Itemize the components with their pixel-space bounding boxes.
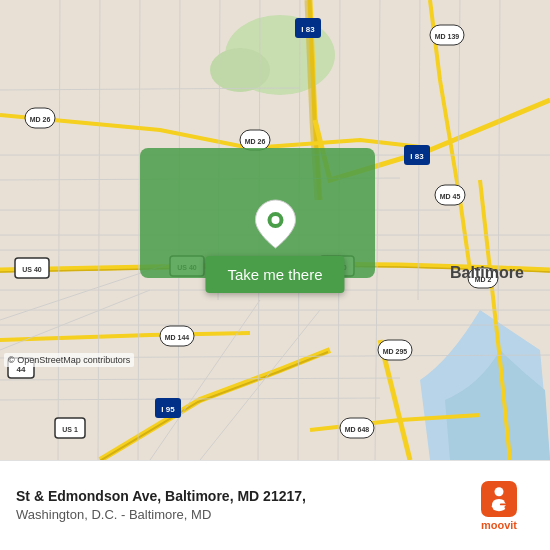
moovit-icon <box>481 481 517 517</box>
svg-text:MD 139: MD 139 <box>435 33 460 40</box>
map-view: I 83 I 83 MD 26 MD 26 US 40 US 40 US 40 … <box>0 0 550 460</box>
svg-text:Baltimore: Baltimore <box>450 264 524 281</box>
info-bar: St & Edmondson Ave, Baltimore, MD 21217,… <box>0 460 550 550</box>
svg-text:US 40: US 40 <box>22 266 42 273</box>
svg-point-66 <box>271 216 279 224</box>
svg-point-68 <box>495 487 504 496</box>
svg-text:MD 45: MD 45 <box>440 193 461 200</box>
button-overlay: Take me there <box>205 196 344 293</box>
take-me-there-button[interactable]: Take me there <box>205 256 344 293</box>
moovit-logo: moovit <box>464 481 534 531</box>
moovit-text: moovit <box>481 519 517 531</box>
svg-text:MD 144: MD 144 <box>165 334 190 341</box>
location-pin <box>251 196 299 252</box>
svg-text:I 95: I 95 <box>161 405 175 414</box>
osm-attribution: © OpenStreetMap contributors <box>4 353 134 367</box>
address-line2: Washington, D.C. - Baltimore, MD <box>16 506 464 524</box>
address-line1: St & Edmondson Ave, Baltimore, MD 21217, <box>16 487 464 507</box>
svg-text:US 1: US 1 <box>62 426 78 433</box>
svg-text:I 83: I 83 <box>301 25 315 34</box>
svg-text:MD 295: MD 295 <box>383 348 408 355</box>
svg-text:MD 648: MD 648 <box>345 426 370 433</box>
svg-text:MD 26: MD 26 <box>30 116 51 123</box>
svg-text:I 83: I 83 <box>410 152 424 161</box>
svg-text:MD 26: MD 26 <box>245 138 266 145</box>
address-block: St & Edmondson Ave, Baltimore, MD 21217,… <box>16 487 464 525</box>
